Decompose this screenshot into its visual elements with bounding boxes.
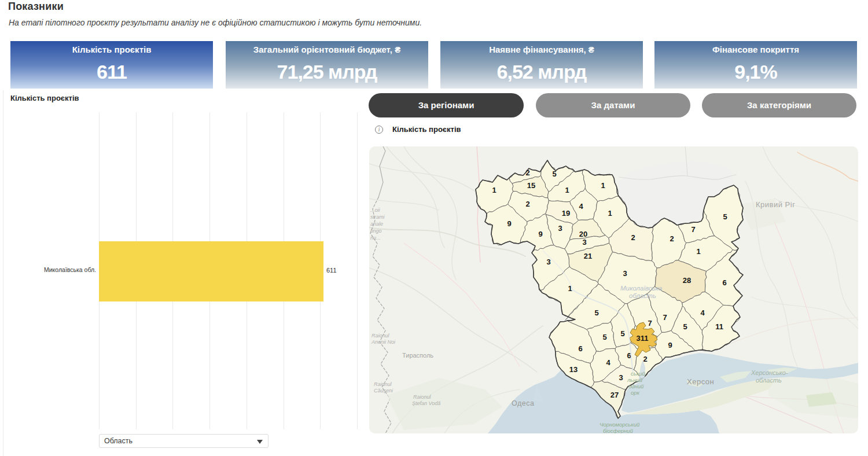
svg-text:28: 28 <box>683 276 691 285</box>
svg-text:4: 4 <box>606 358 610 367</box>
svg-text:2: 2 <box>525 168 529 177</box>
svg-text:15: 15 <box>527 181 535 190</box>
svg-text:21: 21 <box>584 252 592 260</box>
svg-text:Ștefan Vodă: Ștefan Vodă <box>412 400 440 406</box>
svg-text:9: 9 <box>507 219 511 228</box>
svg-text:1: 1 <box>696 247 700 256</box>
svg-text:Raionul: Raionul <box>413 394 432 400</box>
svg-text:2: 2 <box>631 233 635 242</box>
svg-text:5: 5 <box>594 308 598 317</box>
svg-text:7: 7 <box>663 313 667 322</box>
svg-text:5: 5 <box>723 212 727 221</box>
svg-text:...oii: ...oii <box>370 207 381 213</box>
svg-text:5: 5 <box>602 333 606 341</box>
svg-text:20: 20 <box>579 230 587 238</box>
svg-text:5: 5 <box>552 170 556 178</box>
svg-text:1: 1 <box>492 186 496 194</box>
svg-text:strami: strami <box>370 214 385 220</box>
svg-text:одний: одний <box>628 383 644 389</box>
svg-text:5: 5 <box>683 322 687 331</box>
svg-text:tingo: tingo <box>370 228 382 234</box>
svg-text:ariale: ariale <box>370 221 383 227</box>
svg-text:4: 4 <box>579 202 583 211</box>
svg-text:область: область <box>756 377 782 384</box>
svg-text:Кривий Ріг: Кривий Ріг <box>756 200 795 209</box>
svg-text:3: 3 <box>623 269 627 278</box>
svg-text:3: 3 <box>558 224 562 233</box>
svg-text:3: 3 <box>546 258 550 266</box>
svg-text:Raionul: Raionul <box>372 333 390 339</box>
svg-text:9: 9 <box>538 230 542 238</box>
svg-text:1: 1 <box>608 209 612 218</box>
svg-text:4: 4 <box>700 308 705 317</box>
svg-text:Чорноморський: Чорноморський <box>599 421 640 428</box>
svg-text:nu...: nu... <box>370 235 381 241</box>
svg-text:3: 3 <box>582 238 586 247</box>
svg-text:9: 9 <box>668 341 672 350</box>
svg-text:біосферний: біосферний <box>603 428 634 433</box>
svg-text:Херсонсько-: Херсонсько- <box>751 369 788 376</box>
svg-text:Миколаївська: Миколаївська <box>620 285 662 292</box>
svg-text:орк: орк <box>631 389 640 396</box>
svg-text:Raionul: Raionul <box>374 381 392 387</box>
svg-text:2: 2 <box>643 355 647 363</box>
svg-text:область: область <box>629 292 656 299</box>
svg-text:6: 6 <box>578 344 582 353</box>
svg-text:1: 1 <box>601 181 605 190</box>
svg-text:Anenii Noi: Anenii Noi <box>371 339 396 345</box>
svg-text:311: 311 <box>637 334 649 343</box>
svg-text:ський: ський <box>631 370 646 377</box>
svg-text:5: 5 <box>620 329 624 338</box>
svg-text:6: 6 <box>722 278 726 287</box>
svg-text:13: 13 <box>569 365 578 374</box>
svg-text:Херсон: Херсон <box>687 377 714 386</box>
svg-text:27: 27 <box>610 391 619 399</box>
svg-text:11: 11 <box>715 322 723 331</box>
svg-text:2: 2 <box>670 234 674 243</box>
svg-text:Тирасполь: Тирасполь <box>402 352 433 359</box>
svg-text:7: 7 <box>691 225 695 234</box>
svg-text:3: 3 <box>619 373 623 382</box>
svg-text:Одеса: Одеса <box>512 399 534 407</box>
svg-text:19: 19 <box>562 209 570 218</box>
svg-text:Căușeni: Căușeni <box>374 388 393 394</box>
svg-text:льний: льний <box>627 377 643 383</box>
svg-text:7: 7 <box>648 319 652 328</box>
svg-text:2: 2 <box>525 200 529 208</box>
svg-text:1: 1 <box>565 186 569 194</box>
